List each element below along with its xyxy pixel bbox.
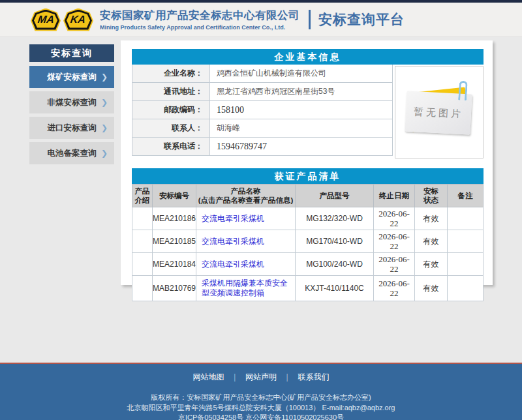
no-image-text: 暂无图片 xyxy=(414,106,464,121)
col-header-status: 安标 状态 xyxy=(415,185,448,207)
cell-model: MG132/320-WD xyxy=(296,207,374,230)
org-name-block: 安标国家矿用产品安全标志中心有限公司 Mining Products Safet… xyxy=(100,8,299,31)
info-row-contact: 联系人： 胡海峰 xyxy=(132,119,393,138)
ma-badge-icon: MA xyxy=(31,8,61,31)
sidebar-item-label: 电池备案查询 xyxy=(48,148,97,159)
paperclip-icon xyxy=(458,81,468,101)
cell-note xyxy=(448,253,483,275)
product-name-link[interactable]: 交流电牵引采煤机 xyxy=(196,207,296,230)
no-image-placeholder: 暂无图片 xyxy=(395,67,483,158)
info-label: 联系电话： xyxy=(132,138,210,155)
footer-copyright: 版权所有：安标国家矿用产品安全标志中心(矿用产品安全标志办公室) xyxy=(0,393,522,403)
cell-status: 有效 xyxy=(415,230,448,252)
info-value: 鸡西金恒矿山机械制造有限公司 xyxy=(210,65,393,82)
cell-note xyxy=(448,276,483,301)
org-name-en: Mining Products Safety Approval and Cert… xyxy=(100,24,299,31)
footer-link-separator: ｜ xyxy=(231,372,239,382)
col-header-line: 产品名称 xyxy=(231,187,261,196)
col-header-line: 安标 xyxy=(423,187,438,196)
info-row-phone: 联系电话： 15946789747 xyxy=(132,138,393,156)
info-label: 联系人： xyxy=(132,119,210,137)
cell-model: MG170/410-WD xyxy=(296,230,374,252)
company-info-body: 企业名称： 鸡西金恒矿山机械制造有限公司 通讯地址： 黑龙江省鸡西市鸡冠区南星街… xyxy=(132,65,484,156)
col-header-line: 状态 xyxy=(423,196,438,205)
cell-end-date: 2026-06-22 xyxy=(374,253,415,275)
table-row: MEA210184 交流电牵引采煤机 MG100/240-WD 2026-06-… xyxy=(132,253,484,276)
site-footer: 网站地图 ｜ 网站声明 ｜ 联系我们 版权所有：安标国家矿用产品安全标志中心(矿… xyxy=(0,364,522,420)
col-header-name: 产品名称 (点击产品名称查看产品信息) xyxy=(196,185,296,207)
footer-link-contact[interactable]: 联系我们 xyxy=(298,372,329,382)
ka-badge-label: KA xyxy=(70,14,87,25)
products-title: 获证产品清单 xyxy=(132,168,484,184)
col-header-line: (点击产品名称查看产品信息) xyxy=(198,196,294,205)
info-row-address: 通讯地址： 黑龙江省鸡西市鸡冠区南星街53号 xyxy=(132,83,393,101)
products-section: 获证产品清单 产品 介绍 安标编号 产品名称 (点击产品名称查看产品信息) 产品… xyxy=(132,168,484,301)
cell-end-date: 2026-06-22 xyxy=(374,230,415,252)
cell-status: 有效 xyxy=(415,276,448,301)
chevron-right-icon: ❯ xyxy=(101,98,108,107)
chevron-right-icon: ❯ xyxy=(101,123,108,132)
info-value: 黑龙江省鸡西市鸡冠区南星街53号 xyxy=(210,83,393,100)
cell-intro xyxy=(132,253,153,275)
footer-icp: 京ICP备05034258号 京公网安备11010502025630号 xyxy=(0,413,522,420)
header-divider xyxy=(309,10,311,29)
company-image-box: 暂无图片 xyxy=(395,66,484,158)
cell-cert-no: MAB210769 xyxy=(153,276,196,301)
cell-note xyxy=(448,230,483,252)
cell-intro xyxy=(132,230,153,252)
cell-end-date: 2026-06-22 xyxy=(374,207,415,230)
info-value: 158100 xyxy=(210,101,393,119)
footer-link-separator: ｜ xyxy=(283,372,291,382)
sidebar-item-label: 非煤安标查询 xyxy=(48,97,97,108)
chevron-right-icon: ❯ xyxy=(101,149,108,158)
cell-cert-no: MEA210185 xyxy=(153,230,196,252)
cell-intro xyxy=(132,207,153,230)
sidebar-item-label: 进口安标查询 xyxy=(48,123,97,134)
main-area: 安标查询 煤矿安标查询 ❯ 非煤安标查询 ❯ 进口安标查询 ❯ 电池备案查询 ❯… xyxy=(0,37,522,363)
sidebar-item-battery-query[interactable]: 电池备案查询 ❯ xyxy=(29,142,114,164)
product-name-link[interactable]: 交流电牵引采煤机 xyxy=(196,253,296,275)
footer-text-block: 版权所有：安标国家矿用产品安全标志中心(矿用产品安全标志办公室) 北京朝阳区和平… xyxy=(0,393,522,420)
table-row: MAB210769 采煤机用隔爆兼本质安全型变频调速控制箱 KXJT-410/1… xyxy=(132,276,484,301)
info-row-postcode: 邮政编码： 158100 xyxy=(132,101,393,119)
ka-badge-icon: KA xyxy=(63,8,93,31)
cell-intro xyxy=(132,276,153,301)
table-row: MEA210185 交流电牵引采煤机 MG170/410-WD 2026-06-… xyxy=(132,230,484,253)
sidebar-item-import-query[interactable]: 进口安标查询 ❯ xyxy=(29,117,114,139)
cell-model: MG100/240-WD xyxy=(296,253,374,275)
cell-note xyxy=(448,207,483,230)
footer-link-sitemap[interactable]: 网站地图 xyxy=(193,372,224,382)
info-label: 通讯地址： xyxy=(132,83,210,100)
col-header-note: 备注 xyxy=(448,185,483,207)
maka-logo: MA KA xyxy=(31,8,93,31)
col-header-line: 介绍 xyxy=(135,196,150,205)
sidebar: 安标查询 煤矿安标查询 ❯ 非煤安标查询 ❯ 进口安标查询 ❯ 电池备案查询 ❯ xyxy=(29,44,114,168)
content-panel: 企业基本信息 企业名称： 鸡西金恒矿山机械制造有限公司 通讯地址： 黑龙江省鸡西… xyxy=(121,40,493,285)
col-header-cert-no: 安标编号 xyxy=(153,185,196,207)
col-header-model: 产品型号 xyxy=(296,185,374,207)
sidebar-item-coal-query[interactable]: 煤矿安标查询 ❯ xyxy=(29,66,114,88)
cell-end-date: 2026-06-22 xyxy=(374,276,415,301)
table-row: MEA210186 交流电牵引采煤机 MG132/320-WD 2026-06-… xyxy=(132,207,484,230)
site-header: MA KA 安标国家矿用产品安全标志中心有限公司 Mining Products… xyxy=(0,3,522,37)
info-value: 胡海峰 xyxy=(210,119,393,137)
col-header-line: 产品 xyxy=(135,187,150,196)
chevron-right-icon: ❯ xyxy=(101,72,108,82)
cell-cert-no: MEA210186 xyxy=(153,207,196,230)
col-header-end-date: 终止日期 xyxy=(374,185,415,207)
sidebar-title: 安标查询 xyxy=(29,44,114,62)
info-row-company-name: 企业名称： 鸡西金恒矿山机械制造有限公司 xyxy=(132,65,393,83)
cell-model: KXJT-410/1140C xyxy=(296,276,374,301)
product-name-link[interactable]: 采煤机用隔爆兼本质安全型变频调速控制箱 xyxy=(196,276,296,301)
products-table-header: 产品 介绍 安标编号 产品名称 (点击产品名称查看产品信息) 产品型号 终止日期… xyxy=(132,184,484,207)
product-name-link[interactable]: 交流电牵引采煤机 xyxy=(196,230,296,252)
footer-link-statement[interactable]: 网站声明 xyxy=(245,372,277,382)
col-header-intro: 产品 介绍 xyxy=(132,185,153,207)
info-label: 企业名称： xyxy=(132,65,210,82)
footer-address: 北京朝阳区和平里青年沟路5号煤科总院安科大厦（100013） E-mail:aq… xyxy=(0,403,522,413)
page: MA KA 安标国家矿用产品安全标志中心有限公司 Mining Products… xyxy=(0,0,522,420)
sidebar-item-noncoal-query[interactable]: 非煤安标查询 ❯ xyxy=(29,91,114,113)
info-value: 15946789747 xyxy=(210,138,393,155)
footer-links: 网站地图 ｜ 网站声明 ｜ 联系我们 xyxy=(0,372,522,383)
sidebar-item-label: 煤矿安标查询 xyxy=(48,72,97,83)
